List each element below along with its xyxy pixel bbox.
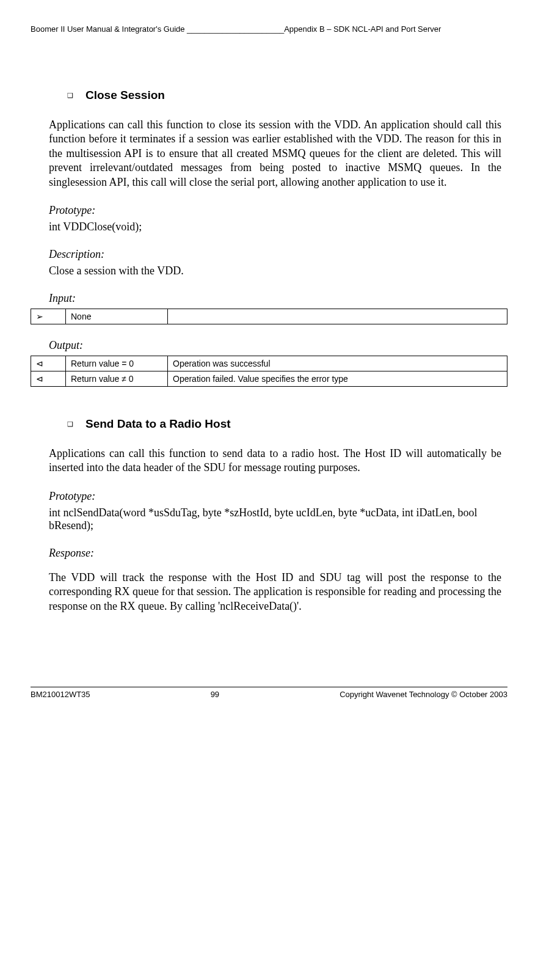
output-desc: Operation failed. Value specifies the er… xyxy=(168,371,507,386)
bullet-icon: ❑ xyxy=(67,92,73,100)
input-label: Input: xyxy=(49,292,507,305)
input-desc xyxy=(168,309,507,324)
header-left: Boomer II User Manual & Integrator's Gui… xyxy=(31,24,284,34)
arrow-icon: ⊲ xyxy=(31,371,66,386)
arrow-icon: ⊲ xyxy=(31,356,66,371)
section-heading-close-session: ❑ Close Session xyxy=(67,70,507,107)
table-row: ⊲ Return value ≠ 0 Operation failed. Val… xyxy=(31,371,507,386)
table-row: ➢ None xyxy=(31,309,507,324)
prototype-label: Prototype: xyxy=(49,490,507,503)
section-title: Send Data to a Radio Host xyxy=(85,417,231,431)
prototype-label: Prototype: xyxy=(49,204,507,217)
input-name: None xyxy=(66,309,168,324)
send-data-intro: Applications can call this function to s… xyxy=(49,447,501,475)
output-name: Return value = 0 xyxy=(66,356,168,371)
close-session-intro: Applications can call this function to c… xyxy=(49,118,501,189)
description-text: Close a session with the VDD. xyxy=(49,265,501,277)
response-label: Response: xyxy=(49,547,507,560)
page-footer: BM210012WT35 99 Copyright Wavenet Techno… xyxy=(31,687,507,699)
table-row: ⊲ Return value = 0 Operation was success… xyxy=(31,356,507,371)
footer-right: Copyright Wavenet Technology © October 2… xyxy=(340,690,507,699)
page-header: Boomer II User Manual & Integrator's Gui… xyxy=(31,24,507,34)
footer-page-number: 99 xyxy=(211,690,219,699)
arrow-icon: ➢ xyxy=(31,309,66,324)
output-label: Output: xyxy=(49,339,507,352)
output-name: Return value ≠ 0 xyxy=(66,371,168,386)
bullet-icon: ❑ xyxy=(67,420,73,428)
output-desc: Operation was successful xyxy=(168,356,507,371)
section-title: Close Session xyxy=(85,89,165,102)
footer-left: BM210012WT35 xyxy=(31,690,90,699)
output-table: ⊲ Return value = 0 Operation was success… xyxy=(31,356,507,387)
header-right: Appendix B – SDK NCL-API and Port Server xyxy=(284,24,441,34)
response-text: The VDD will track the response with the… xyxy=(49,571,501,613)
prototype-code: int VDDClose(void); xyxy=(49,221,501,233)
prototype-code: int nclSendData(word *usSduTag, byte *sz… xyxy=(49,506,501,532)
description-label: Description: xyxy=(49,248,507,261)
section-heading-send-data: ❑ Send Data to a Radio Host xyxy=(67,399,507,436)
input-table: ➢ None xyxy=(31,309,507,324)
